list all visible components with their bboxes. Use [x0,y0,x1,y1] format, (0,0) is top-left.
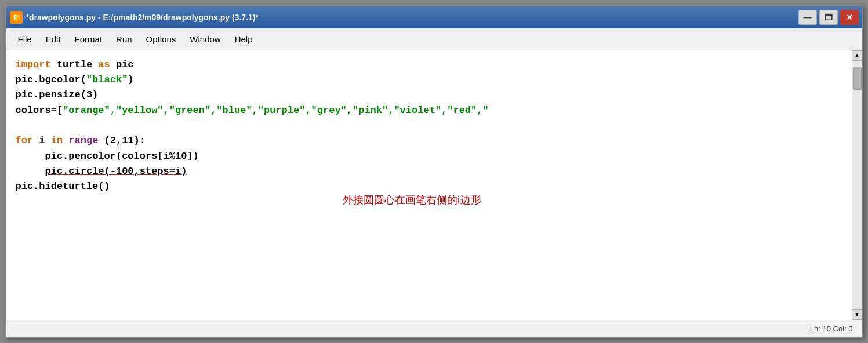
code-line-2: pic.bgcolor("black") [16,72,842,87]
code-line-4: colors=["orange","yellow","green","blue"… [16,103,842,118]
menu-format[interactable]: Format [68,32,110,46]
window-title: *drawpolygons.py - E:/pmath2/m09/drawpol… [26,13,259,22]
code-line-8: pic.circle(-100,steps=i) [16,164,842,179]
svg-text:P: P [14,14,18,21]
close-button[interactable]: ✕ [840,10,859,25]
menu-help[interactable]: Help [228,32,260,46]
code-line-5 [16,118,842,133]
code-line-1: import turtle as pic [16,57,842,72]
window-controls: — 🗖 ✕ [798,10,859,25]
menu-run[interactable]: Run [109,32,139,46]
maximize-button[interactable]: 🗖 [819,10,838,25]
menu-edit[interactable]: Edit [39,32,68,46]
keyword-import: import [16,59,51,70]
menu-file[interactable]: File [11,32,39,46]
scroll-up-button[interactable]: ▲ [852,50,862,61]
title-bar: P *drawpolygons.py - E:/pmath2/m09/drawp… [6,6,862,28]
code-line-3: pic.pensize(3) [16,87,842,103]
python-icon: P [10,11,23,24]
menu-options[interactable]: Options [139,32,183,46]
code-line-7: pic.pencolor(colors[i%10]) [16,149,842,164]
cursor-position: Ln: 10 Col: 0 [810,324,853,333]
scroll-thumb[interactable] [853,67,862,90]
editor-area: import turtle as pic pic.bgcolor("black"… [6,50,862,320]
annotation-text: 外接圆圆心在画笔右侧的i边形 [343,192,481,209]
status-bar: Ln: 10 Col: 0 [6,320,862,337]
vertical-scrollbar: ▲ ▼ [852,50,862,320]
code-line-6: for i in range (2,11): [16,133,842,148]
main-window: P *drawpolygons.py - E:/pmath2/m09/drawp… [5,5,863,338]
minimize-button[interactable]: — [798,10,817,25]
code-editor[interactable]: import turtle as pic pic.bgcolor("black"… [6,50,852,320]
scroll-track[interactable] [852,61,862,309]
menu-window[interactable]: Window [183,32,227,46]
scroll-down-button[interactable]: ▼ [852,309,862,320]
menu-bar: File Edit Format Run Options Window Help [6,28,862,50]
